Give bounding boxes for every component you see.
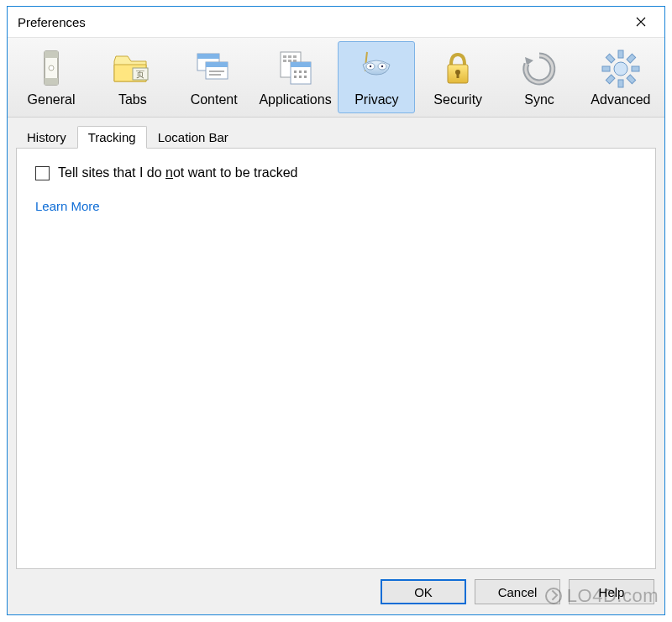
general-icon [29, 47, 73, 91]
svg-rect-15 [293, 55, 297, 58]
help-button[interactable]: Help [569, 579, 654, 604]
do-not-track-row: Tell sites that I do not want to be trac… [35, 165, 637, 180]
svg-point-30 [381, 65, 383, 67]
preferences-window: Preferences General [7, 6, 665, 615]
tab-tracking[interactable]: Tracking [77, 126, 147, 149]
svg-rect-25 [299, 76, 302, 78]
svg-point-29 [370, 65, 371, 67]
learn-more-link[interactable]: Learn More [35, 199, 100, 213]
svg-rect-36 [618, 80, 623, 87]
toolbar-item-content[interactable]: Content [176, 41, 253, 113]
svg-rect-22 [299, 71, 302, 73]
do-not-track-checkbox[interactable] [35, 166, 50, 180]
svg-rect-23 [304, 71, 307, 73]
svg-rect-26 [304, 76, 307, 78]
toolbar-item-general[interactable]: General [13, 41, 90, 113]
svg-rect-14 [288, 55, 291, 58]
dialog-footer: OK Cancel Help [8, 569, 664, 614]
toolbar-item-label: General [28, 92, 76, 107]
tab-location-bar[interactable]: Location Bar [147, 126, 239, 148]
svg-rect-39 [627, 54, 636, 63]
toolbar-item-security[interactable]: Security [419, 41, 496, 113]
tab-history[interactable]: History [16, 126, 77, 148]
window-title: Preferences [18, 15, 86, 29]
tabpanel-tracking: Tell sites that I do not want to be trac… [16, 148, 656, 569]
svg-rect-33 [457, 72, 459, 78]
svg-rect-20 [291, 62, 311, 67]
cancel-button[interactable]: Cancel [475, 579, 560, 604]
svg-point-3 [49, 65, 54, 71]
titlebar: Preferences [8, 7, 664, 37]
toolbar-item-label: Tabs [118, 92, 147, 107]
svg-rect-9 [206, 62, 228, 67]
svg-rect-24 [294, 76, 297, 78]
toolbar-item-tabs[interactable]: 页 Tabs [94, 41, 171, 113]
svg-rect-16 [283, 60, 286, 62]
toolbar-item-applications[interactable]: Applications [257, 41, 334, 113]
close-icon[interactable] [624, 10, 658, 34]
toolbar-item-advanced[interactable]: Advanced [582, 41, 659, 113]
toolbar-item-label: Advanced [591, 92, 650, 107]
svg-rect-40 [606, 75, 615, 84]
advanced-icon [599, 47, 643, 91]
svg-rect-1 [45, 51, 58, 58]
do-not-track-label[interactable]: Tell sites that I do not want to be trac… [58, 165, 298, 180]
tabstrip: History Tracking Location Bar [16, 126, 656, 148]
content-icon [192, 47, 236, 91]
svg-rect-35 [618, 50, 623, 58]
svg-rect-38 [632, 66, 639, 71]
svg-rect-11 [209, 74, 221, 76]
svg-rect-37 [602, 66, 610, 71]
security-icon [436, 47, 480, 91]
toolbar-item-label: Applications [259, 92, 331, 107]
svg-rect-21 [294, 71, 297, 73]
svg-rect-41 [606, 54, 615, 63]
svg-rect-42 [627, 75, 636, 84]
content-area: History Tracking Location Bar Tell sites… [8, 118, 664, 569]
tabs-icon: 页 [111, 47, 155, 91]
toolbar-item-privacy[interactable]: Privacy [338, 41, 415, 113]
applications-icon [274, 47, 318, 91]
toolbar-item-sync[interactable]: Sync [501, 41, 578, 113]
svg-text:页: 页 [136, 70, 144, 79]
svg-rect-10 [209, 71, 224, 72]
toolbar-item-label: Privacy [354, 92, 398, 107]
toolbar-item-label: Content [191, 92, 238, 107]
svg-rect-13 [283, 55, 286, 58]
privacy-icon [354, 47, 398, 91]
ok-button[interactable]: OK [381, 579, 466, 604]
svg-point-34 [614, 62, 627, 76]
toolbar-item-label: Security [433, 92, 482, 107]
svg-rect-7 [197, 54, 219, 59]
toolbar: General 页 Tabs [8, 37, 664, 118]
svg-rect-2 [45, 78, 58, 85]
toolbar-item-label: Sync [524, 92, 554, 107]
sync-icon [517, 47, 561, 91]
